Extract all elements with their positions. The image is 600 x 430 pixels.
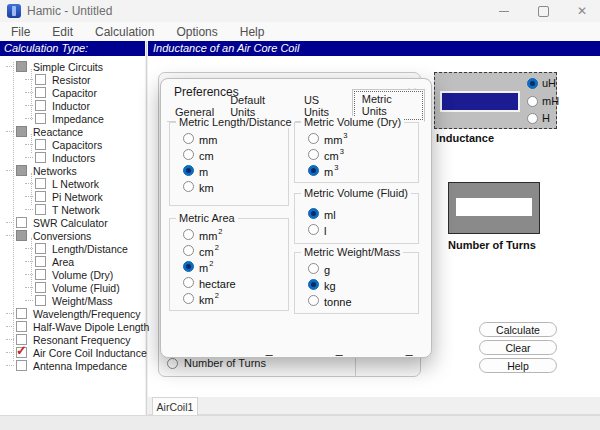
tree-item-label: Resonant Frequency xyxy=(33,334,130,346)
tree-item-t-network[interactable]: T Network xyxy=(0,203,145,216)
clear-button[interactable]: Clear xyxy=(479,340,557,355)
checkbox-checked-icon[interactable] xyxy=(16,347,27,358)
checkbox-icon[interactable] xyxy=(35,191,46,202)
category-checkbox-icon[interactable] xyxy=(16,61,27,72)
number-of-turns-option[interactable]: Number of Turns xyxy=(167,357,266,369)
tree-item-volume-fluid[interactable]: Volume (Fluid) xyxy=(0,281,145,294)
checkbox-icon[interactable] xyxy=(35,256,46,267)
checkbox-icon[interactable] xyxy=(16,360,27,371)
dialog-footer-mark[interactable]: – xyxy=(328,347,350,362)
unit-option-h[interactable]: H xyxy=(527,112,550,124)
group-metric-volume-fluid: Metric Volume (Fluid) ml l xyxy=(294,193,419,244)
radio-icon xyxy=(183,293,194,304)
unit-option-mh[interactable]: mH xyxy=(527,95,559,107)
radio-icon xyxy=(308,149,319,160)
tree-item-capacitor[interactable]: Capacitor xyxy=(0,86,145,99)
checkbox-icon[interactable] xyxy=(35,87,46,98)
app-window: Hamic - Untitled ✕ File Edit Calculation… xyxy=(0,0,600,430)
category-checkbox-icon[interactable] xyxy=(16,126,27,137)
tree-item-label: Capacitors xyxy=(52,139,102,151)
group-title: Metric Volume (Fluid) xyxy=(301,187,411,199)
option-l[interactable]: l xyxy=(308,223,418,236)
checkbox-icon[interactable] xyxy=(16,308,27,319)
tree-item-networks[interactable]: Networks xyxy=(0,164,145,177)
checkbox-icon[interactable] xyxy=(35,243,46,254)
checkbox-icon[interactable] xyxy=(35,269,46,280)
tree-connector xyxy=(31,69,32,120)
category-checkbox-icon[interactable] xyxy=(16,230,27,241)
menu-file[interactable]: File xyxy=(0,25,41,39)
option-mm3[interactable]: mm3 xyxy=(308,132,418,145)
option-cm3[interactable]: cm3 xyxy=(308,148,418,161)
minimize-button[interactable] xyxy=(488,0,520,22)
option-m2[interactable]: m2 xyxy=(183,260,288,273)
tree-item-capacitors[interactable]: Capacitors xyxy=(0,138,145,151)
checkbox-icon[interactable] xyxy=(16,321,27,332)
tree-item-half-wave-dipole[interactable]: Half-Wave Dipole Length xyxy=(0,320,145,333)
menu-edit[interactable]: Edit xyxy=(41,25,84,39)
turns-input[interactable] xyxy=(456,198,532,216)
option-ml[interactable]: ml xyxy=(308,207,418,220)
checkbox-icon[interactable] xyxy=(35,295,46,306)
checkbox-icon[interactable] xyxy=(35,139,46,150)
option-cm[interactable]: cm xyxy=(183,148,288,161)
maximize-button[interactable] xyxy=(527,0,559,22)
tree-item-impedance[interactable]: Impedance xyxy=(0,112,145,125)
option-m3[interactable]: m3 xyxy=(308,164,418,177)
tree-item-inductors[interactable]: Inductors xyxy=(0,151,145,164)
radio-icon xyxy=(183,133,194,144)
tree-item-conversions[interactable]: Conversions xyxy=(0,229,145,242)
option-g[interactable]: g xyxy=(308,262,418,275)
option-kg[interactable]: kg xyxy=(308,278,418,291)
unit-option-uh[interactable]: uH xyxy=(527,77,556,89)
option-cm2[interactable]: cm2 xyxy=(183,244,288,257)
dialog-footer-mark[interactable]: – xyxy=(258,347,280,362)
checkbox-icon[interactable] xyxy=(35,152,46,163)
option-hectare[interactable]: hectare xyxy=(183,276,288,289)
option-mm[interactable]: mm xyxy=(183,132,288,145)
checkbox-icon[interactable] xyxy=(35,74,46,85)
inductance-result-group: uH mH H xyxy=(434,72,557,129)
tab-aircoil1[interactable]: AirCoil1 xyxy=(152,397,198,415)
tree-item-area[interactable]: Area xyxy=(0,255,145,268)
preferences-dialog: Preferences ✕ General Default Units US U… xyxy=(160,78,432,358)
tree-item-weight-mass[interactable]: Weight/Mass xyxy=(0,294,145,307)
dialog-footer-mark[interactable]: – xyxy=(398,347,420,362)
group-title: Metric Volume (Dry) xyxy=(301,116,404,128)
checkbox-icon[interactable] xyxy=(35,113,46,124)
help-button[interactable]: Help xyxy=(479,358,557,373)
tree-item-label: Air Core Coil Inductance xyxy=(33,347,147,359)
option-km[interactable]: km xyxy=(183,180,288,193)
option-km2[interactable]: km2 xyxy=(183,292,288,305)
menu-options[interactable]: Options xyxy=(165,25,228,39)
checkbox-icon[interactable] xyxy=(35,282,46,293)
tree-item-wavelength-frequency[interactable]: Wavelength/Frequency xyxy=(0,307,145,320)
menu-help[interactable]: Help xyxy=(229,25,276,39)
tree-item-label: Weight/Mass xyxy=(52,295,113,307)
tree-item-swr-calculator[interactable]: SWR Calculator xyxy=(0,216,145,229)
checkbox-icon[interactable] xyxy=(35,100,46,111)
tree-item-length-distance[interactable]: Length/Distance xyxy=(0,242,145,255)
option-mm2[interactable]: mm2 xyxy=(183,228,288,241)
category-checkbox-icon[interactable] xyxy=(16,165,27,176)
tree-item-inductor[interactable]: Inductor xyxy=(0,99,145,112)
calculate-button[interactable]: Calculate xyxy=(479,322,557,337)
checkbox-icon[interactable] xyxy=(35,178,46,189)
tree-item-resistor[interactable]: Resistor xyxy=(0,73,145,86)
tree-item-l-network[interactable]: L Network xyxy=(0,177,145,190)
window-close-button[interactable]: ✕ xyxy=(566,0,598,22)
inductance-label: Inductance xyxy=(436,132,494,144)
tree-item-air-core-coil-inductance[interactable]: Air Core Coil Inductance xyxy=(0,346,145,359)
checkbox-icon[interactable] xyxy=(35,204,46,215)
tree-item-antenna-impedance[interactable]: Antenna Impedance xyxy=(0,359,145,372)
tree-item-volume-dry[interactable]: Volume (Dry) xyxy=(0,268,145,281)
tree-item-reactance[interactable]: Reactance xyxy=(0,125,145,138)
tree-item-pi-network[interactable]: Pi Network xyxy=(0,190,145,203)
option-m[interactable]: m xyxy=(183,164,288,177)
calculation-tree: Simple Circuits Resistor Capacitor Induc… xyxy=(0,56,145,415)
tree-item-label: Pi Network xyxy=(52,191,103,203)
tree-item-simple-circuits[interactable]: Simple Circuits xyxy=(0,60,145,73)
option-tonne[interactable]: tonne xyxy=(308,294,418,307)
menu-calculation[interactable]: Calculation xyxy=(84,25,165,39)
checkbox-icon[interactable] xyxy=(16,217,27,228)
